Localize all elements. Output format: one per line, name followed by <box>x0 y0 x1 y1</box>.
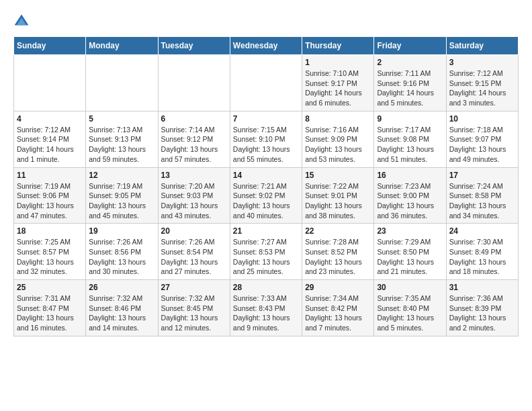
day-info: Sunrise: 7:10 AM Sunset: 9:17 PM Dayligh… <box>305 68 371 108</box>
logo <box>13 13 32 30</box>
day-info: Sunrise: 7:12 AM Sunset: 9:15 PM Dayligh… <box>449 68 515 108</box>
day-info: Sunrise: 7:20 AM Sunset: 9:03 PM Dayligh… <box>161 181 227 221</box>
calendar-cell: 22Sunrise: 7:28 AM Sunset: 8:52 PM Dayli… <box>302 224 374 280</box>
day-number: 7 <box>233 114 299 124</box>
day-number: 24 <box>449 226 515 236</box>
day-info: Sunrise: 7:17 AM Sunset: 9:08 PM Dayligh… <box>377 125 443 165</box>
calendar-header-wednesday: Wednesday <box>230 37 302 55</box>
calendar-cell: 16Sunrise: 7:23 AM Sunset: 9:00 PM Dayli… <box>374 167 446 224</box>
day-number: 20 <box>161 226 227 236</box>
day-info: Sunrise: 7:27 AM Sunset: 8:53 PM Dayligh… <box>233 237 299 277</box>
calendar-cell: 18Sunrise: 7:25 AM Sunset: 8:57 PM Dayli… <box>14 224 86 280</box>
calendar-cell: 5Sunrise: 7:13 AM Sunset: 9:13 PM Daylig… <box>86 111 158 167</box>
day-number: 2 <box>377 58 443 67</box>
calendar-header-thursday: Thursday <box>302 37 374 55</box>
day-number: 25 <box>17 283 83 292</box>
calendar-cell: 30Sunrise: 7:35 AM Sunset: 8:40 PM Dayli… <box>374 280 446 336</box>
calendar-cell: 31Sunrise: 7:36 AM Sunset: 8:39 PM Dayli… <box>446 280 518 336</box>
calendar-cell: 21Sunrise: 7:27 AM Sunset: 8:53 PM Dayli… <box>230 224 302 280</box>
calendar-body: 1Sunrise: 7:10 AM Sunset: 9:17 PM Daylig… <box>14 55 519 336</box>
calendar-cell: 26Sunrise: 7:32 AM Sunset: 8:46 PM Dayli… <box>86 280 158 336</box>
calendar-cell: 2Sunrise: 7:11 AM Sunset: 9:16 PM Daylig… <box>374 55 446 111</box>
calendar-cell: 29Sunrise: 7:34 AM Sunset: 8:42 PM Dayli… <box>302 280 374 336</box>
day-number: 26 <box>89 283 154 292</box>
calendar-table: SundayMondayTuesdayWednesdayThursdayFrid… <box>13 36 519 336</box>
calendar-cell: 8Sunrise: 7:16 AM Sunset: 9:09 PM Daylig… <box>302 111 374 167</box>
day-info: Sunrise: 7:24 AM Sunset: 8:58 PM Dayligh… <box>449 181 515 221</box>
day-number: 27 <box>161 283 227 292</box>
day-number: 22 <box>305 226 371 236</box>
calendar-header-tuesday: Tuesday <box>158 37 230 55</box>
day-info: Sunrise: 7:28 AM Sunset: 8:52 PM Dayligh… <box>305 237 371 277</box>
calendar-cell: 6Sunrise: 7:14 AM Sunset: 9:12 PM Daylig… <box>158 111 230 167</box>
day-info: Sunrise: 7:16 AM Sunset: 9:09 PM Dayligh… <box>305 125 371 165</box>
day-number: 1 <box>305 58 371 67</box>
calendar-cell: 1Sunrise: 7:10 AM Sunset: 9:17 PM Daylig… <box>302 55 374 111</box>
calendar-header-saturday: Saturday <box>446 37 518 55</box>
calendar-cell: 10Sunrise: 7:18 AM Sunset: 9:07 PM Dayli… <box>446 111 518 167</box>
day-info: Sunrise: 7:13 AM Sunset: 9:13 PM Dayligh… <box>89 125 154 165</box>
calendar-cell: 27Sunrise: 7:32 AM Sunset: 8:45 PM Dayli… <box>158 280 230 336</box>
day-number: 8 <box>305 114 371 124</box>
day-number: 18 <box>17 226 83 236</box>
calendar-week-4: 18Sunrise: 7:25 AM Sunset: 8:57 PM Dayli… <box>14 224 519 280</box>
calendar-header-row: SundayMondayTuesdayWednesdayThursdayFrid… <box>14 37 519 55</box>
calendar-cell: 24Sunrise: 7:30 AM Sunset: 8:49 PM Dayli… <box>446 224 518 280</box>
day-info: Sunrise: 7:12 AM Sunset: 9:14 PM Dayligh… <box>17 125 83 165</box>
calendar-cell: 25Sunrise: 7:31 AM Sunset: 8:47 PM Dayli… <box>14 280 86 336</box>
day-number: 15 <box>305 171 371 180</box>
day-number: 17 <box>449 171 515 180</box>
day-number: 14 <box>233 171 299 180</box>
day-number: 11 <box>17 171 83 180</box>
day-info: Sunrise: 7:26 AM Sunset: 8:56 PM Dayligh… <box>89 237 154 277</box>
day-number: 5 <box>89 114 154 124</box>
calendar-cell: 17Sunrise: 7:24 AM Sunset: 8:58 PM Dayli… <box>446 167 518 224</box>
day-number: 21 <box>233 226 299 236</box>
day-number: 31 <box>449 283 515 292</box>
day-number: 12 <box>89 171 154 180</box>
calendar-header-sunday: Sunday <box>14 37 86 55</box>
calendar-week-1: 1Sunrise: 7:10 AM Sunset: 9:17 PM Daylig… <box>14 55 519 111</box>
day-info: Sunrise: 7:35 AM Sunset: 8:40 PM Dayligh… <box>377 293 443 333</box>
day-info: Sunrise: 7:19 AM Sunset: 9:05 PM Dayligh… <box>89 181 154 221</box>
day-info: Sunrise: 7:18 AM Sunset: 9:07 PM Dayligh… <box>449 125 515 165</box>
calendar-cell <box>230 55 302 111</box>
calendar-cell: 20Sunrise: 7:26 AM Sunset: 8:54 PM Dayli… <box>158 224 230 280</box>
calendar-header-monday: Monday <box>86 37 158 55</box>
calendar-week-5: 25Sunrise: 7:31 AM Sunset: 8:47 PM Dayli… <box>14 280 519 336</box>
day-info: Sunrise: 7:21 AM Sunset: 9:02 PM Dayligh… <box>233 181 299 221</box>
page-header <box>13 13 519 30</box>
day-number: 10 <box>449 114 515 124</box>
calendar-cell: 14Sunrise: 7:21 AM Sunset: 9:02 PM Dayli… <box>230 167 302 224</box>
day-number: 28 <box>233 283 299 292</box>
calendar-cell: 4Sunrise: 7:12 AM Sunset: 9:14 PM Daylig… <box>14 111 86 167</box>
calendar-cell: 7Sunrise: 7:15 AM Sunset: 9:10 PM Daylig… <box>230 111 302 167</box>
day-info: Sunrise: 7:22 AM Sunset: 9:01 PM Dayligh… <box>305 181 371 221</box>
calendar-cell: 11Sunrise: 7:19 AM Sunset: 9:06 PM Dayli… <box>14 167 86 224</box>
calendar-cell: 28Sunrise: 7:33 AM Sunset: 8:43 PM Dayli… <box>230 280 302 336</box>
day-number: 29 <box>305 283 371 292</box>
day-info: Sunrise: 7:15 AM Sunset: 9:10 PM Dayligh… <box>233 125 299 165</box>
logo-icon <box>13 13 30 30</box>
day-info: Sunrise: 7:19 AM Sunset: 9:06 PM Dayligh… <box>17 181 83 221</box>
calendar-cell: 9Sunrise: 7:17 AM Sunset: 9:08 PM Daylig… <box>374 111 446 167</box>
day-number: 19 <box>89 226 154 236</box>
calendar-cell: 19Sunrise: 7:26 AM Sunset: 8:56 PM Dayli… <box>86 224 158 280</box>
day-info: Sunrise: 7:36 AM Sunset: 8:39 PM Dayligh… <box>449 293 515 333</box>
calendar-cell: 13Sunrise: 7:20 AM Sunset: 9:03 PM Dayli… <box>158 167 230 224</box>
calendar-cell <box>158 55 230 111</box>
day-number: 3 <box>449 58 515 67</box>
day-number: 9 <box>377 114 443 124</box>
day-number: 23 <box>377 226 443 236</box>
calendar-cell <box>14 55 86 111</box>
calendar-cell: 3Sunrise: 7:12 AM Sunset: 9:15 PM Daylig… <box>446 55 518 111</box>
day-number: 13 <box>161 171 227 180</box>
day-info: Sunrise: 7:29 AM Sunset: 8:50 PM Dayligh… <box>377 237 443 277</box>
calendar-cell: 23Sunrise: 7:29 AM Sunset: 8:50 PM Dayli… <box>374 224 446 280</box>
day-info: Sunrise: 7:30 AM Sunset: 8:49 PM Dayligh… <box>449 237 515 277</box>
day-info: Sunrise: 7:26 AM Sunset: 8:54 PM Dayligh… <box>161 237 227 277</box>
day-number: 4 <box>17 114 83 124</box>
calendar-week-3: 11Sunrise: 7:19 AM Sunset: 9:06 PM Dayli… <box>14 167 519 224</box>
day-info: Sunrise: 7:32 AM Sunset: 8:46 PM Dayligh… <box>89 293 154 333</box>
day-info: Sunrise: 7:31 AM Sunset: 8:47 PM Dayligh… <box>17 293 83 333</box>
